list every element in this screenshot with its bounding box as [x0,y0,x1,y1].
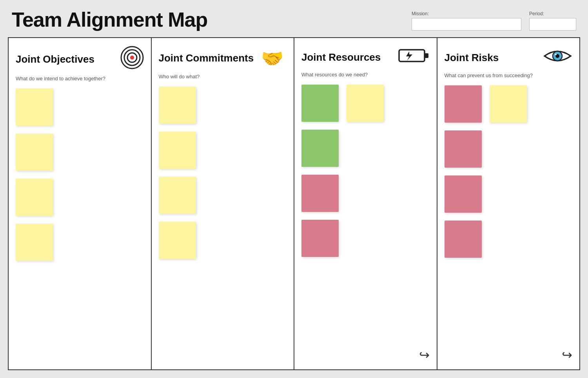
risks-col-1 [445,85,482,258]
sticky-note[interactable] [445,221,482,258]
resources-col-2 [347,85,384,257]
sticky-note[interactable] [445,130,482,168]
resources-notes [301,85,430,257]
sticky-note[interactable] [159,222,196,259]
column-commitments: Joint Commitments 🤝 Who will do what? [152,38,295,369]
undo-arrow-risks[interactable]: ↩ [562,347,572,362]
page-title: Team Alignment Map [12,8,207,31]
risks-header: Joint Risks [445,46,573,69]
commitments-title: Joint Commitments [159,52,254,64]
objectives-subtitle: What do we intend to achieve together? [16,76,144,81]
objectives-title: Joint Objectives [16,53,94,65]
column-objectives: Joint Objectives What do we intend to ac… [9,38,152,369]
svg-point-10 [555,54,557,55]
svg-rect-7 [425,53,428,58]
sticky-note[interactable] [16,179,53,216]
mission-input[interactable] [412,18,521,31]
battery-icon [398,46,430,69]
sticky-note[interactable] [16,89,53,126]
sticky-note[interactable] [301,220,339,257]
sticky-note[interactable] [301,175,339,212]
resources-subtitle: What resources do we need? [301,72,430,78]
handshake-icon: 🤝 [261,46,287,71]
resources-title: Joint Resources [301,51,381,63]
svg-rect-6 [399,50,425,61]
sticky-note[interactable] [16,224,53,261]
commitments-header: Joint Commitments 🤝 [159,46,287,71]
sticky-note[interactable] [159,132,196,169]
resources-header: Joint Resources [301,46,430,69]
undo-arrow-resources[interactable]: ↩ [419,347,430,362]
sticky-note[interactable] [159,177,196,214]
header-fields: Mission: Period: [412,8,576,31]
column-risks: Joint Risks What can prevent us from suc… [437,38,580,369]
sticky-note[interactable] [347,85,384,122]
column-resources: Joint Resources What resources do we nee… [294,38,437,369]
eye-icon [543,46,572,69]
period-input[interactable] [529,18,576,31]
svg-point-4 [131,56,133,59]
sticky-note[interactable] [16,134,53,171]
commitments-notes [159,87,287,365]
sticky-note[interactable] [445,85,482,123]
period-label: Period: [529,11,576,16]
mission-field: Mission: [412,11,521,31]
risks-title: Joint Risks [445,52,499,64]
commitments-subtitle: Who will do what? [159,74,287,80]
sticky-note[interactable] [445,175,482,213]
sticky-note[interactable] [490,85,527,123]
mission-label: Mission: [412,11,521,16]
main-board: Joint Objectives What do we intend to ac… [8,37,580,370]
objectives-notes [16,89,144,365]
risks-subtitle: What can prevent us from succeeding? [445,72,573,78]
resources-col-1 [301,85,339,257]
risks-col-2 [490,85,527,258]
sticky-note[interactable] [159,87,196,124]
header: Team Alignment Map Mission: Period: [0,0,588,37]
objectives-header: Joint Objectives [16,46,144,72]
risks-notes [445,85,573,258]
sticky-note[interactable] [301,85,339,122]
svg-text:🤝: 🤝 [261,48,284,67]
target-icon [120,46,144,72]
sticky-note[interactable] [301,130,339,167]
period-field: Period: [529,11,576,31]
